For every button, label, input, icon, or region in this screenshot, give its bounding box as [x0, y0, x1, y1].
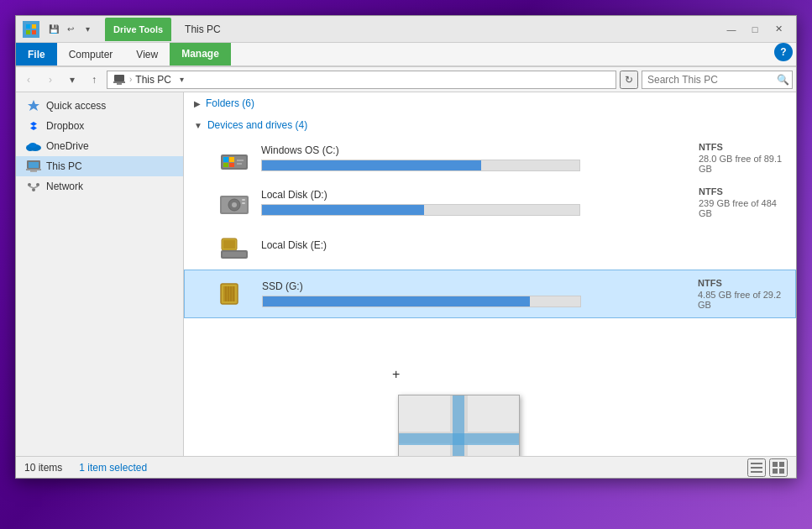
devices-chevron: ▼: [194, 121, 202, 130]
address-path[interactable]: › This PC ▾: [107, 71, 616, 89]
drive-g[interactable]: SSD (G:) NTFS 4.85 GB free of 29.2 GB: [184, 270, 796, 318]
sidebar-item-this-pc[interactable]: This PC: [16, 156, 183, 176]
maximize-button[interactable]: □: [744, 21, 766, 38]
window-icon: [23, 21, 39, 38]
qat-save[interactable]: 💾: [46, 22, 61, 37]
window-controls: — □ ✕: [720, 21, 789, 38]
explorer-window: 💾 ↩ ▾ Drive Tools This PC — □ ✕ File Com…: [15, 15, 797, 479]
devices-section-header[interactable]: ▼ Devices and drives (4): [184, 114, 796, 136]
svg-rect-45: [751, 463, 762, 464]
up-button[interactable]: ↑: [85, 71, 103, 89]
svg-point-16: [32, 188, 35, 191]
drive-g-fs-label: NTFS: [698, 278, 782, 288]
svg-point-17: [28, 183, 31, 186]
tooltip-crosshair-v: [453, 395, 464, 456]
tab-file[interactable]: File: [16, 43, 57, 65]
items-count: 10 items: [24, 462, 62, 474]
quick-access-icon: [26, 98, 41, 113]
svg-rect-50: [773, 469, 778, 474]
quick-access-toolbar: 💾 ↩ ▾: [46, 22, 95, 37]
path-chevron1: ›: [129, 75, 132, 84]
drive-c-info: Windows OS (C:): [261, 144, 689, 171]
status-view-icons: [747, 458, 788, 477]
drive-g-fs-info: 4.85 GB free of 29.2 GB: [698, 290, 782, 310]
forward-button[interactable]: ›: [41, 71, 60, 89]
sidebar-label-quick-access: Quick access: [46, 100, 176, 112]
drive-e-info: Local Disk (E:): [261, 239, 689, 254]
search-icon: 🔍: [777, 74, 789, 86]
svg-rect-5: [113, 81, 125, 83]
svg-rect-0: [26, 24, 30, 29]
sidebar-item-dropbox[interactable]: Dropbox: [16, 116, 183, 136]
minimize-button[interactable]: —: [720, 21, 742, 38]
tab-view[interactable]: View: [124, 43, 170, 65]
ssd-icon: [219, 279, 251, 309]
sidebar-item-network[interactable]: Network: [16, 176, 183, 196]
ribbon-tabs: File Computer View Manage ?: [16, 43, 796, 66]
tab-computer[interactable]: Computer: [57, 43, 125, 65]
main-area: Quick access Dropbox OneDrive This PC: [16, 92, 796, 456]
svg-marker-8: [30, 122, 37, 130]
drive-d-fs: NTFS 239 GB free of 484 GB: [699, 186, 783, 218]
drive-g-fill: [263, 296, 530, 306]
network-icon: [26, 179, 41, 194]
sidebar-item-onedrive[interactable]: OneDrive: [16, 136, 183, 156]
drive-g-fs: NTFS 4.85 GB free of 29.2 GB: [698, 278, 782, 310]
tooltip-preview: (460 , 419) 217, 217, 217: [398, 395, 520, 456]
svg-rect-26: [229, 163, 234, 167]
hdd-gold-icon: [218, 232, 250, 262]
qat-undo[interactable]: ↩: [63, 22, 78, 37]
svg-rect-25: [223, 163, 228, 167]
folders-chevron: ▶: [194, 99, 201, 108]
refresh-button[interactable]: ↻: [620, 71, 638, 89]
onedrive-icon: [26, 139, 41, 154]
window-title: This PC: [185, 24, 221, 35]
drive-e-name: Local Disk (E:): [261, 239, 689, 251]
search-box[interactable]: 🔍: [642, 71, 793, 89]
dropbox-icon: [26, 118, 41, 134]
sidebar-item-quick-access[interactable]: Quick access: [16, 96, 183, 116]
selected-count[interactable]: 1 item selected: [79, 462, 147, 474]
drive-tools-tab: Drive Tools: [105, 18, 171, 41]
svg-rect-6: [117, 83, 122, 85]
sidebar-label-onedrive: OneDrive: [46, 140, 176, 152]
folders-section-header[interactable]: ▶ Folders (6): [184, 92, 796, 114]
svg-rect-4: [114, 75, 124, 81]
large-icons-button[interactable]: [769, 458, 788, 477]
drive-d[interactable]: Local Disk (D:) NTFS 239 GB free of 484 …: [184, 181, 796, 225]
address-dropdown[interactable]: ▾: [175, 71, 188, 89]
this-pc-icon: [26, 159, 41, 174]
drive-c-fs-info: 28.0 GB free of 89.1 GB: [699, 154, 783, 174]
svg-rect-1: [32, 24, 36, 29]
recent-button[interactable]: ▾: [63, 71, 81, 89]
back-button[interactable]: ‹: [19, 71, 38, 89]
tooltip-quad-bl: [399, 443, 450, 456]
status-bar: 10 items 1 item selected: [16, 456, 796, 478]
devices-label: Devices and drives (4): [207, 119, 307, 131]
drive-g-icon: [218, 277, 252, 311]
drive-c-fill: [262, 160, 481, 170]
plus-cursor: +: [392, 367, 400, 382]
drive-c[interactable]: Windows OS (C:) NTFS 28.0 GB free of 89.…: [184, 136, 796, 181]
search-input[interactable]: [647, 74, 773, 86]
title-bar: 💾 ↩ ▾ Drive Tools This PC — □ ✕: [16, 16, 796, 43]
svg-rect-3: [32, 30, 36, 34]
drive-c-fs: NTFS 28.0 GB free of 89.1 GB: [699, 142, 783, 174]
svg-point-32: [232, 202, 237, 207]
qat-dropdown[interactable]: ▾: [80, 22, 95, 37]
drive-e[interactable]: Local Disk (E:): [184, 225, 796, 270]
drive-d-info: Local Disk (D:): [261, 189, 689, 216]
help-button[interactable]: ?: [774, 43, 793, 61]
svg-rect-34: [242, 202, 245, 204]
title-bar-left: 💾 ↩ ▾ Drive Tools This PC: [23, 18, 221, 41]
windows-drive-icon: [218, 143, 250, 173]
close-button[interactable]: ✕: [767, 21, 789, 38]
svg-rect-28: [237, 163, 242, 165]
path-this-pc: This PC: [135, 74, 171, 86]
sidebar-label-this-pc: This PC: [46, 160, 176, 172]
content-area: ▶ Folders (6) ▼ Devices and drives (4): [184, 92, 796, 456]
svg-point-18: [36, 183, 39, 186]
tab-manage[interactable]: Manage: [170, 43, 231, 65]
details-view-button[interactable]: [747, 458, 766, 477]
drive-d-fs-label: NTFS: [699, 186, 783, 196]
